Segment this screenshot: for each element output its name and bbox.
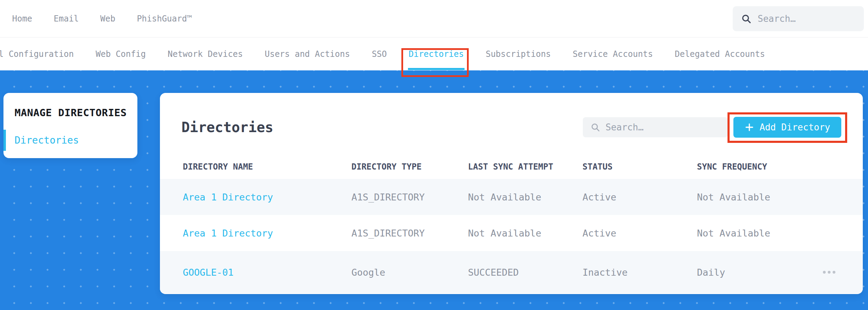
directories-search-input[interactable]: [606, 122, 720, 132]
global-search-box[interactable]: [733, 6, 864, 31]
tab-directories[interactable]: Directories: [409, 49, 464, 59]
app-screen: Home Email Web PhishGuard™ l Configurati…: [0, 0, 868, 310]
tab-email-configuration[interactable]: l Configuration: [0, 49, 74, 59]
directories-panel: Directories Add Directory: [160, 93, 863, 294]
column-header-directory-name: DIRECTORY NAME: [183, 162, 351, 172]
nav-item-home[interactable]: Home: [12, 14, 32, 24]
directory-name-link[interactable]: GOOGLE-01: [183, 267, 351, 278]
tab-sso[interactable]: SSO: [372, 49, 387, 59]
tab-users-and-actions[interactable]: Users and Actions: [265, 49, 350, 59]
top-navigation-bar: Home Email Web PhishGuard™: [0, 0, 868, 37]
table-row: GOOGLE-01 Google SUCCEEDED Inactive Dail…: [160, 251, 863, 293]
page-title: Directories: [181, 117, 583, 138]
sync-frequency-cell: Not Available: [697, 228, 817, 239]
tab-subscriptions[interactable]: Subscriptions: [486, 49, 551, 59]
sync-frequency-cell: Not Available: [697, 192, 817, 203]
side-card-title: MANAGE DIRECTORIES: [3, 107, 137, 119]
add-directory-button-wrap: Add Directory: [733, 117, 842, 138]
tab-delegated-accounts[interactable]: Delegated Accounts: [675, 49, 765, 59]
row-menu-ellipsis-icon[interactable]: [817, 271, 841, 274]
status-cell: Inactive: [582, 267, 697, 278]
table-row: Area 1 Directory A1S_DIRECTORY Not Avail…: [160, 215, 863, 251]
tab-service-accounts[interactable]: Service Accounts: [573, 49, 653, 59]
column-header-sync-frequency: SYNC FREQUENCY: [697, 162, 817, 172]
sync-frequency-cell: Daily: [697, 267, 817, 278]
directory-type-cell: Google: [351, 267, 468, 278]
table-header-row: DIRECTORY NAME DIRECTORY TYPE LAST SYNC …: [160, 138, 863, 179]
directories-search-box[interactable]: [583, 117, 728, 137]
tab-network-devices[interactable]: Network Devices: [168, 49, 243, 59]
global-search-input[interactable]: [758, 14, 856, 24]
plus-icon: [744, 122, 754, 132]
search-icon: [741, 14, 751, 24]
nav-item-email[interactable]: Email: [54, 14, 79, 24]
search-icon: [590, 122, 600, 132]
directory-name-link[interactable]: Area 1 Directory: [183, 228, 351, 239]
last-sync-cell: SUCCEEDED: [468, 267, 582, 278]
content-canvas: MANAGE DIRECTORIES Directories Directori…: [0, 70, 868, 310]
status-cell: Active: [582, 192, 697, 203]
panel-header: Directories Add Directory: [160, 93, 863, 138]
manage-directories-card: MANAGE DIRECTORIES Directories: [3, 93, 137, 158]
table-row: Area 1 Directory A1S_DIRECTORY Not Avail…: [160, 179, 863, 215]
add-directory-button[interactable]: Add Directory: [733, 117, 842, 138]
last-sync-cell: Not Available: [468, 228, 582, 239]
settings-tab-bar: l Configuration Web Config Network Devic…: [0, 37, 868, 70]
directory-name-link[interactable]: Area 1 Directory: [183, 192, 351, 203]
tab-web-config[interactable]: Web Config: [96, 49, 146, 59]
directory-type-cell: A1S_DIRECTORY: [351, 192, 468, 203]
sidebar-item-label: Directories: [15, 135, 79, 146]
directory-type-cell: A1S_DIRECTORY: [351, 228, 468, 239]
column-header-directory-type: DIRECTORY TYPE: [351, 162, 468, 172]
last-sync-cell: Not Available: [468, 192, 582, 203]
sidebar-item-directories[interactable]: Directories: [3, 130, 137, 150]
nav-item-web[interactable]: Web: [100, 14, 115, 24]
nav-item-phishguard[interactable]: PhishGuard™: [137, 14, 192, 24]
top-nav-items: Home Email Web PhishGuard™: [12, 14, 733, 24]
column-header-status: STATUS: [582, 162, 697, 172]
status-cell: Active: [582, 228, 697, 239]
column-header-last-sync-attempt: LAST SYNC ATTEMPT: [468, 162, 582, 172]
add-directory-button-label: Add Directory: [760, 122, 831, 132]
